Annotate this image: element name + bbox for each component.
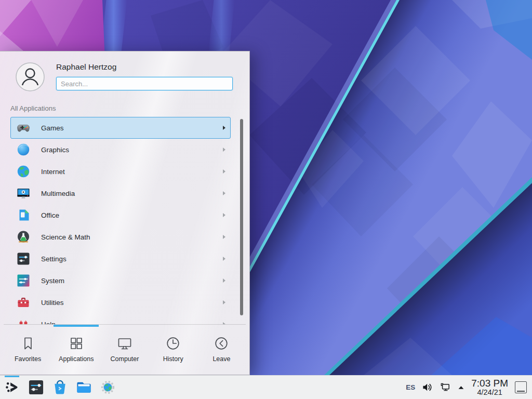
submenu-arrow-icon xyxy=(223,148,225,152)
tab-label: Computer xyxy=(111,355,139,363)
menu-item-graphics[interactable]: Graphics xyxy=(10,139,231,161)
show-desktop-button[interactable] xyxy=(515,381,527,393)
volume-icon[interactable] xyxy=(422,382,433,392)
taskbar-application-launcher-button[interactable] xyxy=(3,376,21,399)
launcher-tab-bar: FavoritesApplicationsComputerHistoryLeav… xyxy=(0,327,249,375)
menu-item-science-math[interactable]: Science & Math xyxy=(10,226,231,248)
tab-history[interactable]: History xyxy=(149,327,197,375)
tray-expand-arrow-icon[interactable] xyxy=(458,385,464,390)
menu-item-help[interactable]: Help xyxy=(10,313,231,324)
search-input[interactable] xyxy=(56,77,233,90)
sphere-icon xyxy=(16,142,31,157)
clock-time: 7:03 PM xyxy=(471,378,508,389)
submenu-arrow-icon xyxy=(223,257,225,261)
menu-item-office[interactable]: Office xyxy=(10,204,231,226)
taskbar-app-icons xyxy=(3,376,116,399)
taskbar-web-browser-button[interactable] xyxy=(99,376,116,399)
clock-icon xyxy=(164,334,182,353)
settings-icon xyxy=(16,251,31,266)
gamepad-icon xyxy=(16,121,31,135)
user-name: Raphael Hertzog xyxy=(56,62,116,72)
digital-clock[interactable]: 7:03 PM 4/24/21 xyxy=(471,378,508,396)
menu-item-games[interactable]: Games xyxy=(10,117,231,139)
globe-icon xyxy=(16,164,31,179)
menu-item-multimedia[interactable]: Multimedia xyxy=(10,182,231,204)
menu-item-label: Office xyxy=(41,211,59,219)
tab-favorites[interactable]: Favorites xyxy=(4,327,52,375)
grid-icon xyxy=(67,334,86,353)
tab-computer[interactable]: Computer xyxy=(100,327,149,375)
menu-item-label: Graphics xyxy=(41,146,69,154)
menu-item-label: Science & Math xyxy=(41,233,90,241)
science-icon xyxy=(16,230,31,244)
menu-item-settings[interactable]: Settings xyxy=(10,248,231,270)
help-icon xyxy=(16,317,31,324)
tab-label: Applications xyxy=(59,355,94,363)
menu-item-label: Utilities xyxy=(41,299,64,307)
menu-item-label: Help xyxy=(41,321,56,325)
submenu-arrow-icon xyxy=(223,278,225,283)
bookmark-icon xyxy=(19,334,37,353)
taskbar-panel: ES 7:03 PM 4/24/21 xyxy=(0,375,532,399)
leave-icon xyxy=(212,334,231,353)
tab-leave[interactable]: Leave xyxy=(197,327,246,375)
menu-item-label: Multimedia xyxy=(41,190,75,197)
user-avatar-icon xyxy=(16,62,45,91)
submenu-arrow-icon xyxy=(223,213,225,217)
keyboard-layout-indicator[interactable]: ES xyxy=(406,383,415,391)
folder-icon xyxy=(76,379,92,395)
system-tray: ES 7:03 PM 4/24/21 xyxy=(406,376,532,399)
scrollbar[interactable] xyxy=(240,119,243,315)
menu-item-label: System xyxy=(41,277,64,285)
taskbar-system-settings-button[interactable] xyxy=(27,376,45,399)
tab-label: History xyxy=(163,355,183,363)
utilities-icon xyxy=(16,295,31,310)
multimedia-icon xyxy=(16,186,31,201)
section-label: All Applications xyxy=(10,104,56,112)
monitor-icon xyxy=(115,334,134,353)
tab-applications[interactable]: Applications xyxy=(52,327,100,375)
tab-label: Favorites xyxy=(15,355,41,363)
clock-date: 4/24/21 xyxy=(471,389,508,396)
menu-item-label: Internet xyxy=(41,168,65,176)
taskbar-file-manager-button[interactable] xyxy=(75,376,92,399)
menu-item-label: Settings xyxy=(41,255,66,263)
network-icon[interactable] xyxy=(440,383,451,392)
menu-item-utilities[interactable]: Utilities xyxy=(10,291,231,313)
menu-item-internet[interactable]: Internet xyxy=(10,161,231,182)
menu-item-label: Games xyxy=(41,124,64,132)
taskbar-discover-button[interactable] xyxy=(51,376,69,399)
system-icon xyxy=(16,273,31,288)
discover-icon xyxy=(52,379,68,395)
submenu-arrow-icon xyxy=(223,300,225,304)
menu-item-system[interactable]: System xyxy=(10,270,231,291)
tabbar-divider xyxy=(4,324,246,325)
globe-gear-icon xyxy=(100,379,116,395)
submenu-arrow-icon xyxy=(223,126,225,130)
kickoff-icon xyxy=(4,379,20,395)
office-icon xyxy=(16,208,31,222)
application-launcher-popup: Raphael Hertzog All Applications GamesGr… xyxy=(0,51,250,375)
submenu-arrow-icon xyxy=(223,235,225,239)
settings-dark-icon xyxy=(28,379,44,395)
tab-label: Leave xyxy=(212,355,230,363)
category-list: GamesGraphicsInternetMultimediaOfficeSci… xyxy=(0,117,249,324)
submenu-arrow-icon xyxy=(223,169,225,174)
submenu-arrow-icon xyxy=(223,191,225,195)
